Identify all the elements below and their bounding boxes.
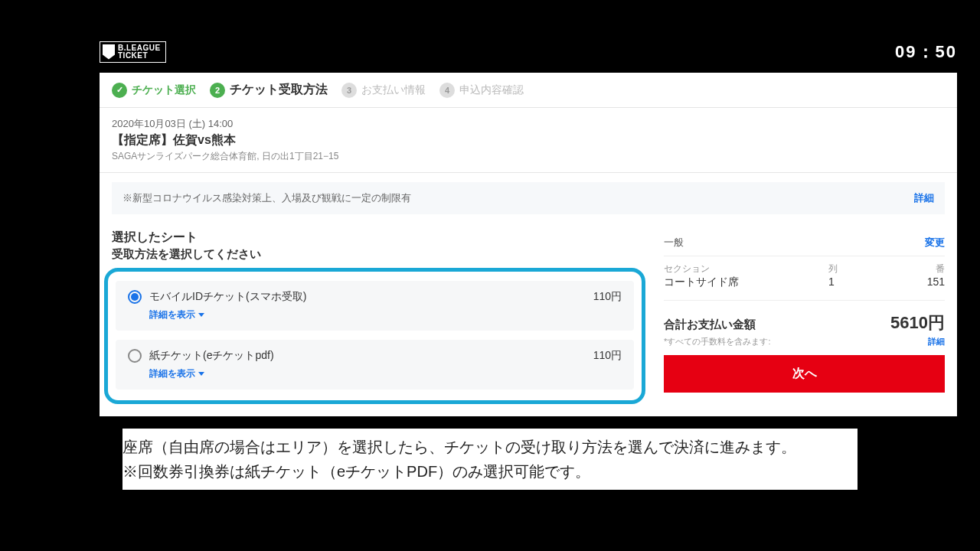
delivery-paper-detail-toggle[interactable]: 詳細を表示 — [149, 367, 622, 380]
fee-note: *すべての手数料を含みます: — [664, 336, 770, 347]
delivery-paper-price: 110円 — [593, 349, 622, 363]
change-link[interactable]: 変更 — [925, 236, 945, 249]
section-value: コートサイド席 — [664, 276, 739, 289]
step-2-number: 2 — [210, 83, 225, 98]
event-venue: SAGAサンライズパーク総合体育館, 日の出1丁目21−15 — [112, 150, 945, 163]
chevron-down-icon — [198, 313, 204, 317]
instruction-caption: 座席（自由席の場合はエリア）を選択したら、チケットの受け取り方法を選んで決済に進… — [122, 429, 858, 490]
caption-line-2: ※回数券引換券は紙チケット（eチケットPDF）のみ選択可能です。 — [122, 459, 858, 484]
content-panel: チケット選択 2 チケット受取方法 3 お支払い情報 4 申込内容確認 2020… — [100, 73, 957, 416]
logo-text-2: TICKET — [118, 52, 161, 60]
radio-paper[interactable] — [128, 349, 142, 363]
shield-icon — [103, 44, 115, 60]
total-label: 合計お支払い金額 — [664, 318, 756, 332]
step-2: 2 チケット受取方法 — [210, 82, 328, 98]
seat-value: 151 — [927, 276, 945, 288]
delivery-mobile-detail-toggle[interactable]: 詳細を表示 — [149, 308, 622, 321]
delivery-paper-label: 紙チケット(eチケットpdf) — [149, 349, 274, 363]
order-summary: 一般 変更 セクション コートサイド席 列 1 番 151 — [664, 223, 945, 404]
step-1: チケット選択 — [112, 83, 196, 98]
section-label: セクション — [664, 262, 739, 276]
step-1-label: チケット選択 — [132, 83, 196, 97]
next-button[interactable]: 次へ — [664, 355, 945, 393]
caption-line-1: 座席（自由席の場合はエリア）を選択したら、チケットの受け取り方法を選んで決済に進… — [122, 435, 858, 459]
step-4-number: 4 — [439, 83, 455, 98]
check-icon — [112, 83, 127, 98]
top-bar: B.LEAGUE TICKET 09：50 — [84, 31, 972, 73]
chevron-down-icon — [198, 372, 204, 376]
progress-steps: チケット選択 2 チケット受取方法 3 お支払い情報 4 申込内容確認 — [100, 73, 957, 108]
row-label: 列 — [828, 262, 838, 276]
row-value: 1 — [828, 276, 838, 288]
logo-text-1: B.LEAGUE — [118, 44, 161, 52]
event-title: 【指定席】佐賀vs熊本 — [112, 132, 945, 148]
step-3: 3 お支払い情報 — [341, 83, 426, 98]
delivery-option-mobile[interactable]: モバイルIDチケット(スマホ受取) 110円 詳細を表示 — [116, 281, 634, 331]
delivery-mobile-label: モバイルIDチケット(スマホ受取) — [149, 290, 306, 304]
step-3-number: 3 — [341, 83, 357, 98]
step-3-label: お支払い情報 — [361, 83, 426, 97]
seat-label: 番 — [927, 262, 945, 276]
seat-heading: 選択したシート — [112, 230, 645, 246]
brand-logo[interactable]: B.LEAGUE TICKET — [100, 41, 166, 63]
clock-display: 09：50 — [895, 41, 957, 64]
radio-mobile[interactable] — [128, 290, 142, 304]
delivery-mobile-price: 110円 — [593, 290, 622, 304]
delivery-subheading: 受取方法を選択してください — [112, 247, 645, 262]
event-datetime: 2020年10月03日 (土) 14:00 — [112, 117, 945, 131]
total-amount: 5610円 — [890, 311, 945, 334]
step-2-label: チケット受取方法 — [230, 82, 328, 98]
step-4-label: 申込内容確認 — [459, 83, 524, 97]
notice-text: ※新型コロナウイルス感染対策上、入場及び観戦に一定の制限有 — [122, 191, 411, 205]
step-4: 4 申込内容確認 — [439, 83, 524, 98]
fee-detail-link[interactable]: 詳細 — [928, 336, 945, 347]
event-info: 2020年10月03日 (土) 14:00 【指定席】佐賀vs熊本 SAGAサン… — [100, 108, 957, 173]
delivery-highlight: モバイルIDチケット(スマホ受取) 110円 詳細を表示 — [104, 268, 645, 404]
covid-notice: ※新型コロナウイルス感染対策上、入場及び観戦に一定の制限有 詳細 — [112, 182, 945, 214]
notice-detail-link[interactable]: 詳細 — [914, 191, 934, 205]
delivery-option-paper[interactable]: 紙チケット(eチケットpdf) 110円 詳細を表示 — [116, 340, 634, 390]
ticket-category: 一般 — [664, 236, 684, 249]
